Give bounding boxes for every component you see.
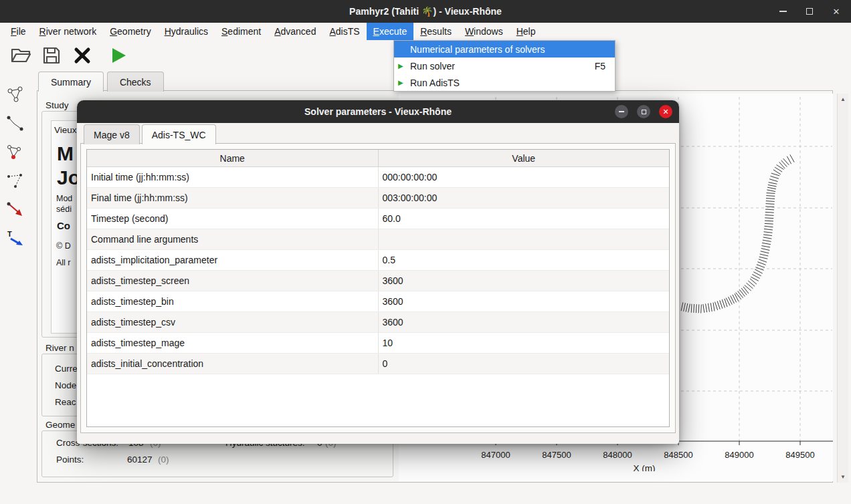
- menu-item-label: Run AdisTS: [410, 78, 605, 88]
- study-heading-line1: M: [57, 142, 74, 165]
- vertical-scrollbar[interactable]: ▲ ▼: [837, 94, 848, 483]
- param-row[interactable]: adists_implicitation_parameter0.5: [87, 250, 669, 271]
- play-icon: ▶: [394, 79, 410, 86]
- param-name-cell[interactable]: adists_initial_concentration: [87, 354, 378, 374]
- translate-tool-button[interactable]: T: [3, 227, 28, 251]
- open-button[interactable]: [8, 43, 33, 68]
- maximize-button[interactable]: [804, 6, 815, 17]
- profile-tool-button[interactable]: [3, 112, 28, 136]
- menu-hydraulics[interactable]: Hydraulics: [158, 23, 215, 40]
- param-value-cell[interactable]: 0.5: [378, 250, 669, 271]
- dialog-tab-adis-ts-wc[interactable]: Adis-TS_WC: [142, 124, 216, 144]
- scroll-down-icon[interactable]: ▼: [840, 474, 846, 480]
- dialog-close-button[interactable]: ✕: [659, 105, 672, 118]
- menu-item-run-solver[interactable]: ▶Run solverF5: [394, 57, 615, 74]
- param-row[interactable]: adists_timestep_csv3600: [87, 312, 669, 333]
- dialog-tab-panel: NameValue Initial time (jj:hh:mm:ss)000:…: [80, 143, 676, 433]
- dialog-titlebar[interactable]: Solver parameters - Vieux-Rhône ✕: [77, 100, 679, 123]
- menu-windows[interactable]: Windows: [458, 23, 510, 40]
- save-button[interactable]: [39, 43, 64, 68]
- param-row[interactable]: adists_timestep_bin3600: [87, 291, 669, 312]
- menu-adists[interactable]: AdisTS: [322, 23, 366, 40]
- param-value-cell[interactable]: 3600: [378, 291, 669, 312]
- menu-item-numerical-parameters-of-solvers[interactable]: Numerical parameters of solvers: [394, 41, 615, 57]
- column-header-name[interactable]: Name: [87, 150, 378, 167]
- menu-item-label: Run solver: [410, 61, 595, 72]
- delete-button[interactable]: [70, 43, 95, 68]
- menu-execute[interactable]: Execute: [367, 23, 414, 40]
- tab-checks[interactable]: Checks: [107, 72, 164, 92]
- param-name-cell[interactable]: adists_implicitation_parameter: [87, 250, 378, 271]
- slope-tool-button[interactable]: [3, 198, 28, 222]
- window-titlebar[interactable]: Pamhyr2 (Tahiti 🌴) - Vieux-Rhône ✕: [0, 0, 851, 23]
- solver-parameters-dialog: Solver parameters - Vieux-Rhône ✕ Mage v…: [77, 100, 679, 444]
- param-row[interactable]: adists_initial_concentration0: [87, 354, 669, 374]
- x-axis-label: X (m): [634, 463, 656, 471]
- column-header-value[interactable]: Value: [378, 150, 669, 167]
- param-name-cell[interactable]: Initial time (jj:hh:mm:ss): [87, 167, 378, 188]
- close-button[interactable]: ✕: [831, 6, 842, 17]
- menu-file[interactable]: File: [4, 23, 33, 40]
- river-network-group-label: River n: [45, 343, 74, 353]
- execute-dropdown-menu: Numerical parameters of solvers▶Run solv…: [393, 40, 616, 92]
- scroll-up-icon[interactable]: ▲: [840, 96, 846, 102]
- param-value-cell[interactable]: [378, 229, 669, 250]
- param-name-cell[interactable]: adists_timestep_screen: [87, 271, 378, 291]
- parameters-table-header: NameValue: [87, 150, 669, 167]
- menu-item-run-adists[interactable]: ▶Run AdisTS: [394, 74, 615, 91]
- param-name-cell[interactable]: adists_timestep_mage: [87, 333, 378, 354]
- points-label: Points:: [56, 455, 84, 465]
- study-group-label: Study: [45, 100, 69, 110]
- param-name-cell[interactable]: adists_timestep_csv: [87, 312, 378, 333]
- dialog-maximize-button[interactable]: [637, 105, 650, 118]
- slope-tool-icon: [5, 200, 25, 220]
- dialog-tab-mage-v8[interactable]: Mage v8: [84, 124, 140, 144]
- param-name-cell[interactable]: adists_timestep_bin: [87, 291, 378, 312]
- parameters-table-box: NameValue Initial time (jj:hh:mm:ss)000:…: [86, 149, 670, 427]
- param-value-cell[interactable]: 0: [378, 354, 669, 374]
- run-button[interactable]: [106, 43, 131, 68]
- param-row[interactable]: Timestep (second)60.0: [87, 209, 669, 229]
- minimize-button[interactable]: [777, 6, 788, 17]
- run-icon: [109, 46, 128, 65]
- param-value-cell[interactable]: 60.0: [378, 209, 669, 229]
- rights-text: All r: [56, 258, 71, 267]
- dialog-minimize-button[interactable]: [615, 105, 628, 118]
- param-value-cell[interactable]: 003:00:00:00: [378, 188, 669, 209]
- param-row[interactable]: Initial time (jj:hh:mm:ss)000:00:00:00: [87, 167, 669, 188]
- network-tool-button[interactable]: [3, 83, 28, 107]
- x-tick-label: 847500: [542, 450, 571, 460]
- param-value-cell[interactable]: 10: [378, 333, 669, 354]
- minimize-icon: [619, 111, 624, 112]
- main-tabbar: SummaryChecks: [38, 72, 164, 92]
- param-name-cell[interactable]: Command line arguments: [87, 229, 378, 250]
- param-value-cell[interactable]: 3600: [378, 271, 669, 291]
- dialog-title: Solver parameters - Vieux-Rhône: [304, 106, 452, 117]
- param-value-cell[interactable]: 000:00:00:00: [378, 167, 669, 188]
- close-icon: ✕: [833, 7, 840, 16]
- nodes-tool-button[interactable]: [3, 140, 28, 164]
- menu-advanced[interactable]: Advanced: [268, 23, 322, 40]
- param-name-cell[interactable]: Final time (jj:hh:mm:ss): [87, 188, 378, 209]
- x-tick-label: 849000: [725, 450, 753, 460]
- menu-results[interactable]: Results: [413, 23, 458, 40]
- tab-summary[interactable]: Summary: [38, 72, 104, 92]
- delete-icon: [73, 46, 92, 65]
- menu-river-network[interactable]: River network: [33, 23, 104, 40]
- svg-text:T: T: [7, 230, 12, 238]
- param-row[interactable]: adists_timestep_mage10: [87, 333, 669, 354]
- param-row[interactable]: adists_timestep_screen3600: [87, 271, 669, 291]
- window-controls: ✕: [777, 0, 842, 23]
- sections-tool-button[interactable]: [3, 169, 28, 193]
- menu-item-shortcut: F5: [595, 61, 615, 72]
- menu-help[interactable]: Help: [510, 23, 543, 40]
- param-row[interactable]: Command line arguments: [87, 229, 669, 250]
- param-value-cell[interactable]: 3600: [378, 312, 669, 333]
- menubar: FileRiver networkGeometryHydraulicsSedim…: [0, 23, 851, 40]
- menu-sediment[interactable]: Sediment: [215, 23, 268, 40]
- param-row[interactable]: Final time (jj:hh:mm:ss)003:00:00:00: [87, 188, 669, 209]
- x-tick-label: 848500: [664, 450, 692, 460]
- param-name-cell[interactable]: Timestep (second): [87, 209, 378, 229]
- menu-geometry[interactable]: Geometry: [103, 23, 157, 40]
- play-icon: ▶: [394, 62, 410, 70]
